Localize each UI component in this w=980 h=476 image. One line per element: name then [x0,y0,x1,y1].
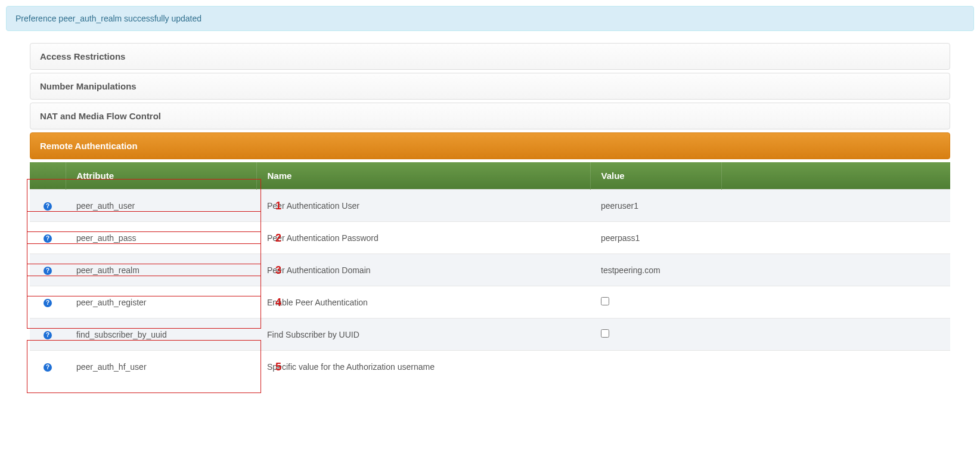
attribute-text: peer_auth_pass [76,233,136,243]
table-row[interactable]: ?peer_auth_realm3Peer Authentication Dom… [30,254,950,286]
panel-heading: Remote Authentication [30,133,950,159]
help-cell: ? [30,222,66,254]
annotation-number: 1 [275,199,281,212]
panel-remote-authentication[interactable]: Remote Authentication [30,132,950,159]
help-cell: ? [30,254,66,286]
name-cell: Peer Authentication User [256,190,590,222]
name-cell: Peer Authentication Password [256,222,590,254]
annotation-number: 4 [275,296,281,308]
success-alert: Preference peer_auth_realm successfully … [6,6,974,31]
header-actions [721,162,950,190]
attribute-text: peer_auth_register [76,298,147,307]
help-cell: ? [30,190,66,222]
preferences-table: Attribute Name Value ?peer_auth_user1Pee… [30,162,950,382]
help-icon[interactable]: ? [44,331,52,339]
actions-cell [721,351,950,383]
header-help [30,162,66,190]
actions-cell [721,190,950,222]
attribute-cell: peer_auth_pass2 [66,222,256,254]
table-row[interactable]: ?peer_auth_register4Enable Peer Authenti… [30,286,950,319]
header-value: Value [590,162,721,190]
value-cell: testpeering.com [590,254,721,286]
annotation-number: 5 [275,360,281,373]
attribute-cell: peer_auth_realm3 [66,254,256,286]
panel-heading: NAT and Media Flow Control [30,103,950,129]
table-row[interactable]: ?peer_auth_pass2Peer Authentication Pass… [30,222,950,254]
table-header-row: Attribute Name Value [30,162,950,190]
actions-cell [721,286,950,319]
panel-heading: Access Restrictions [30,44,950,69]
value-cell: peeruser1 [590,190,721,222]
alert-text: Preference peer_auth_realm successfully … [15,14,201,23]
name-cell: Peer Authentication Domain [256,254,590,286]
value-checkbox[interactable] [601,329,609,338]
attribute-text: peer_auth_hf_user [76,362,147,372]
help-icon[interactable]: ? [44,363,52,372]
attribute-cell: peer_auth_register4 [66,286,256,319]
attribute-cell: peer_auth_user1 [66,190,256,222]
table-row[interactable]: ?find_subscriber_by_uuidFind Subscriber … [30,319,950,351]
name-cell: Specific value for the Authorization use… [256,351,590,383]
help-cell: ? [30,286,66,319]
attribute-text: peer_auth_realm [76,265,139,275]
value-cell [590,351,721,383]
actions-cell [721,222,950,254]
panel-heading: Number Manipulations [30,73,950,99]
help-icon[interactable]: ? [44,234,52,243]
attribute-text: find_subscriber_by_uuid [76,330,167,339]
annotation-number: 3 [275,264,281,276]
annotation-number: 2 [275,231,281,244]
help-icon[interactable]: ? [44,202,52,211]
panel-access-restrictions[interactable]: Access Restrictions [30,43,950,70]
remote-auth-table-wrap: Attribute Name Value ?peer_auth_user1Pee… [30,162,950,388]
value-cell: peerpass1 [590,222,721,254]
help-icon[interactable]: ? [44,299,52,307]
attribute-text: peer_auth_user [76,201,135,211]
help-icon[interactable]: ? [44,267,52,275]
attribute-cell: peer_auth_hf_user5 [66,351,256,383]
header-name: Name [256,162,590,190]
panel-nat-media-flow[interactable]: NAT and Media Flow Control [30,103,950,129]
help-cell: ? [30,319,66,351]
value-cell [590,319,721,351]
help-cell: ? [30,351,66,383]
table-row[interactable]: ?peer_auth_user1Peer Authentication User… [30,190,950,222]
name-cell: Enable Peer Authentication [256,286,590,319]
attribute-cell: find_subscriber_by_uuid [66,319,256,351]
actions-cell [721,254,950,286]
header-attribute: Attribute [66,162,256,190]
value-checkbox[interactable] [601,297,609,305]
name-cell: Find Subscriber by UUID [256,319,590,351]
panel-number-manipulations[interactable]: Number Manipulations [30,73,950,100]
actions-cell [721,319,950,351]
table-row[interactable]: ?peer_auth_hf_user5Specific value for th… [30,351,950,383]
value-cell [590,286,721,319]
